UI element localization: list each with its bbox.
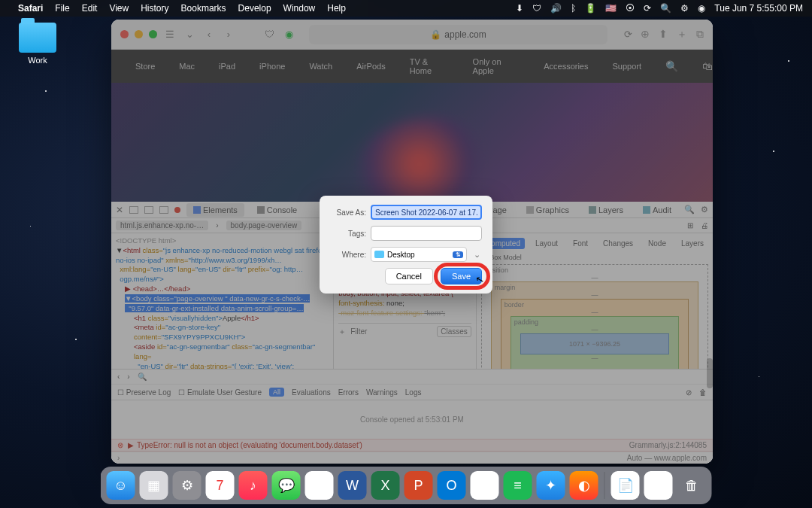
console-error-row[interactable]: ⊗ ▶ TypeError: null is not an object (ev… <box>111 439 713 452</box>
clear-console-icon[interactable]: ⊘ <box>686 388 692 397</box>
reload-icon[interactable]: ⟳ <box>621 29 635 40</box>
where-dropdown[interactable]: Desktop ⇅ <box>371 247 467 262</box>
error-expand-icon[interactable]: ▶ <box>128 441 134 449</box>
dock-word[interactable]: W <box>338 471 367 500</box>
desktop-folder-work[interactable]: Work <box>15 23 60 65</box>
selected-dom-node[interactable]: ▼<body class="page-overview " data-new-g… <box>125 294 310 312</box>
cancel-button[interactable]: Cancel <box>385 268 433 284</box>
nav-store[interactable]: Store <box>135 62 155 71</box>
filter-eval[interactable]: Evaluations <box>292 388 331 397</box>
sidebar-toggle-icon[interactable]: ☰ <box>163 29 177 40</box>
menubar-clock[interactable]: Tue Jun 7 5:55:00 PM <box>714 3 803 14</box>
ct-changes[interactable]: Changes <box>598 238 638 249</box>
format-icon[interactable]: ⊞ <box>687 221 693 230</box>
shield-icon[interactable]: 🛡 <box>532 3 541 14</box>
crumb-body[interactable]: body.page-overview <box>226 221 302 230</box>
dock-slack[interactable]: ✱ <box>471 471 499 500</box>
nav-accessories[interactable]: Accessories <box>544 62 588 71</box>
dock-doc[interactable]: 📄 <box>611 471 640 500</box>
scrollbar[interactable] <box>707 358 713 388</box>
add-rule-icon[interactable]: ＋ <box>338 327 346 337</box>
dock-launchpad[interactable]: ▦ <box>140 471 168 500</box>
tags-input[interactable] <box>371 226 482 241</box>
inspector-search-icon[interactable]: 🔍 <box>684 205 695 214</box>
dock-side-icon[interactable] <box>144 206 153 214</box>
new-tab-icon[interactable]: ＋ <box>677 28 687 41</box>
tab-console[interactable]: Console <box>250 203 304 217</box>
wifi-icon[interactable]: ⦿ <box>626 3 635 14</box>
menu-file[interactable]: File <box>55 3 69 14</box>
ct-node[interactable]: Node <box>644 238 671 249</box>
print-icon[interactable]: 🖨 <box>701 221 708 230</box>
nav-only[interactable]: Only on Apple <box>473 57 520 75</box>
filter-errors[interactable]: Errors <box>338 388 359 397</box>
nav-tv[interactable]: TV & Home <box>410 57 449 75</box>
error-source[interactable]: Grammarly.js:2:144085 <box>629 441 707 449</box>
filter-warnings[interactable]: Warnings <box>366 388 398 397</box>
menu-edit[interactable]: Edit <box>82 3 98 14</box>
dock-finder[interactable]: ☺ <box>107 471 135 500</box>
menu-develop[interactable]: Develop <box>238 3 271 14</box>
close-inspector-icon[interactable]: ✕ <box>116 205 123 215</box>
window-close-button[interactable] <box>120 30 129 38</box>
filter-all[interactable]: All <box>269 388 284 397</box>
dock-calendar[interactable]: 7 <box>206 471 235 500</box>
crumb-html[interactable]: html.js.enhance-xp.no-… <box>116 221 208 230</box>
battery-icon[interactable]: 🔋 <box>585 3 596 14</box>
ct-font[interactable]: Font <box>568 238 592 249</box>
emulate-gesture-checkbox[interactable]: Emulate User Gesture <box>187 388 262 397</box>
dock-messages[interactable]: 💬 <box>272 471 301 500</box>
auto-context[interactable]: Auto — www.apple.com <box>627 454 707 462</box>
trash-icon[interactable]: 🗑 <box>699 388 707 397</box>
tab-elements[interactable]: Elements <box>186 203 244 217</box>
address-bar[interactable]: 🔒 apple.com <box>309 25 607 44</box>
tab-layers[interactable]: Layers <box>582 203 630 217</box>
save-button[interactable]: Save ↖ <box>441 268 482 284</box>
nav-watch[interactable]: Watch <box>309 62 332 71</box>
dock-preview[interactable]: 🖼 <box>644 471 673 500</box>
control-center-icon[interactable]: ⚙ <box>680 3 689 14</box>
dock-powerpoint[interactable]: P <box>404 471 433 500</box>
window-zoom-button[interactable] <box>149 30 157 38</box>
downloads-icon[interactable]: ⊕ <box>641 28 650 41</box>
bluetooth-icon[interactable]: ᛒ <box>571 3 576 14</box>
menu-window[interactable]: Window <box>283 3 316 14</box>
tab-graphics[interactable]: Graphics <box>520 203 576 217</box>
styles-filter-input[interactable]: Filter <box>350 327 367 337</box>
nav-support[interactable]: Support <box>612 62 641 71</box>
menu-history[interactable]: History <box>141 3 168 14</box>
dock-firefox[interactable]: ◐ <box>570 471 598 500</box>
siri-icon[interactable]: ◉ <box>698 3 705 14</box>
ct-layout[interactable]: Layout <box>531 238 562 249</box>
menu-view[interactable]: View <box>109 3 129 14</box>
device-icon[interactable] <box>129 206 138 214</box>
filename-input[interactable] <box>371 205 482 220</box>
record-icon[interactable] <box>174 207 180 213</box>
tab-audit[interactable]: Audit <box>636 203 678 217</box>
menu-bookmarks[interactable]: Bookmarks <box>181 3 226 14</box>
dock-trash[interactable]: 🗑 <box>677 471 706 500</box>
app-name[interactable]: Safari <box>18 3 43 14</box>
tabs-icon[interactable]: ⧉ <box>696 28 704 41</box>
dock-outlook[interactable]: O <box>438 471 466 500</box>
dock-chrome[interactable]: ◉ <box>305 471 334 500</box>
volume-icon[interactable]: 🔊 <box>550 3 562 14</box>
console-prompt-icon[interactable]: › <box>117 454 120 462</box>
shield-toolbar-icon[interactable]: 🛡 <box>262 29 276 40</box>
menu-help[interactable]: Help <box>327 3 346 14</box>
dock-excel[interactable]: X <box>371 471 400 500</box>
dock-safari[interactable]: ✦ <box>537 471 565 500</box>
chevron-down-icon[interactable]: ⌄ <box>183 29 196 40</box>
sync-icon[interactable]: ⟳ <box>644 3 651 14</box>
dock-spotify[interactable]: ≡ <box>504 471 532 500</box>
spotlight-icon[interactable]: 🔍 <box>660 3 671 14</box>
nav-iphone[interactable]: iPhone <box>259 62 285 71</box>
input-source-icon[interactable]: 🇺🇸 <box>605 3 617 14</box>
inspector-settings-icon[interactable]: ⚙ <box>701 205 708 214</box>
back-icon[interactable]: ‹ <box>202 29 216 40</box>
preserve-log-checkbox[interactable]: Preserve Log <box>126 388 171 397</box>
window-minimize-button[interactable] <box>135 30 143 38</box>
ct-layers[interactable]: Layers <box>677 238 708 249</box>
nav-ipad[interactable]: iPad <box>219 62 235 71</box>
filter-logs[interactable]: Logs <box>405 388 422 397</box>
